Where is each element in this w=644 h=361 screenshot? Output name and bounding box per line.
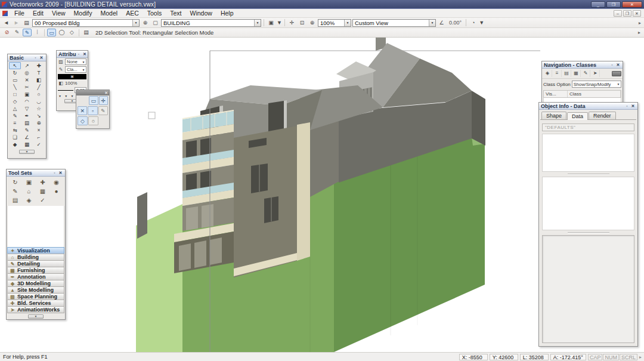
- saved-views-icon[interactable]: ▤: [22, 19, 31, 27]
- navigation-tab-icon[interactable]: ✎: [581, 70, 590, 77]
- render-mode-icon[interactable]: ◔: [469, 19, 478, 27]
- basic-tool-icon[interactable]: ✒: [21, 112, 33, 119]
- pen-style-combo[interactable]: Cla... ▼: [65, 66, 86, 73]
- close-icon[interactable]: ✕: [104, 91, 109, 95]
- navigation-tab-icon[interactable]: ≡: [553, 70, 562, 77]
- navigation-tab-icon[interactable]: ➤: [591, 70, 600, 77]
- fill-style-icon[interactable]: ▨: [58, 59, 64, 64]
- basic-tool-icon[interactable]: ✚: [33, 62, 45, 69]
- zoom-combo[interactable]: 100% ▼: [318, 19, 351, 27]
- panel-splitter[interactable]: [568, 174, 609, 175]
- document-close-button[interactable]: ✕: [633, 10, 641, 17]
- basic-tool-icon[interactable]: ⇆: [9, 126, 21, 134]
- pin-icon[interactable]: ◦: [609, 63, 615, 67]
- document-restore-button[interactable]: ❐: [623, 10, 631, 17]
- basic-tool-icon[interactable]: ▦: [21, 141, 33, 148]
- rectangular-selection-mode-icon[interactable]: ▭: [47, 29, 56, 36]
- basic-tool-icon[interactable]: ≡: [9, 119, 21, 126]
- tool-set-tool-icon[interactable]: ✎: [8, 187, 22, 196]
- snap-constraint-button[interactable]: ◇: [78, 116, 88, 125]
- record-format-field[interactable]: "DEFAULTS": [542, 124, 634, 131]
- pin-icon[interactable]: ◦: [33, 55, 38, 60]
- basic-tool-icon[interactable]: ↗: [21, 62, 33, 69]
- tool-set-tool-icon[interactable]: ▤: [8, 196, 22, 205]
- wall-mode-icon[interactable]: ▤: [82, 29, 91, 36]
- render-dropdown-icon[interactable]: ▼: [479, 19, 484, 27]
- chevron-down-icon[interactable]: ▼: [344, 20, 351, 26]
- basic-tool-icon[interactable]: ✕: [21, 76, 33, 84]
- menu-item[interactable]: File: [10, 9, 29, 17]
- layer-combo[interactable]: 00 Proposed Bldg ▼: [32, 19, 140, 27]
- basic-tool-icon[interactable]: ○: [33, 91, 45, 98]
- window-minimize-button[interactable]: _: [591, 1, 605, 8]
- object-info-palette-titlebar[interactable]: Object Info - Data ◦ ✕: [539, 103, 637, 110]
- basic-tool-icon[interactable]: ▭: [9, 76, 21, 84]
- menu-item[interactable]: Tools: [143, 9, 166, 17]
- palette-collapse-button[interactable]: ▼: [19, 150, 35, 154]
- magnify-icon[interactable]: ⊕: [308, 19, 317, 27]
- navigation-palette-titlebar[interactable]: Navigation - Classes ◦ ✕: [542, 61, 623, 69]
- snap-pen-icon[interactable]: ✎: [13, 29, 21, 36]
- pin-icon[interactable]: ◦: [76, 52, 82, 56]
- record-list-panel[interactable]: [542, 134, 634, 172]
- tool-set-tool-icon[interactable]: ◉: [49, 178, 63, 187]
- navigation-tab-icon[interactable]: ▦: [572, 70, 581, 77]
- close-icon[interactable]: ✕: [630, 104, 636, 109]
- opacity-icon[interactable]: ◧: [58, 81, 64, 86]
- basic-tool-icon[interactable]: ↘: [33, 112, 45, 119]
- basic-tool-icon[interactable]: ╲: [9, 84, 21, 91]
- basic-tool-icon[interactable]: T: [33, 69, 45, 76]
- basic-tool-icon[interactable]: ╱: [33, 84, 45, 91]
- close-icon[interactable]: ✕: [39, 55, 44, 60]
- basic-tool-icon[interactable]: ◆: [9, 141, 21, 148]
- close-icon[interactable]: ✕: [82, 52, 88, 57]
- polygon-selection-mode-icon[interactable]: ◇: [67, 29, 76, 36]
- basic-tool-icon[interactable]: ▤: [21, 119, 33, 126]
- basic-tool-icon[interactable]: ✎: [21, 126, 33, 134]
- pin-icon[interactable]: ◦: [52, 171, 57, 175]
- toolbar-overflow-icon[interactable]: ▸: [638, 30, 642, 35]
- interactive-scaling-icon[interactable]: ⁞: [33, 29, 42, 36]
- panel-splitter[interactable]: [568, 232, 609, 233]
- snap-constraint-button[interactable]: ○: [88, 116, 98, 125]
- visibility-column-header[interactable]: Vis...: [544, 91, 568, 97]
- window-close-button[interactable]: ✕: [622, 1, 642, 8]
- pin-icon[interactable]: ◦: [624, 104, 630, 108]
- tool-set-tool-icon[interactable]: ◈: [22, 196, 36, 205]
- pan-icon[interactable]: ✛: [287, 19, 296, 27]
- pen-style-icon[interactable]: ✎: [58, 67, 64, 72]
- basic-tool-icon[interactable]: ↻: [9, 69, 21, 76]
- menu-item[interactable]: AEC: [122, 9, 143, 17]
- close-icon[interactable]: ✕: [58, 171, 63, 175]
- marker-dropdown-icon[interactable]: ▾: [71, 94, 73, 98]
- menu-item[interactable]: Window: [186, 9, 216, 17]
- basic-tool-icon[interactable]: ☆: [33, 105, 45, 112]
- menu-item[interactable]: View: [48, 9, 70, 17]
- menu-item[interactable]: Text: [166, 9, 185, 17]
- navigation-tab-icon[interactable]: ▤: [562, 70, 571, 77]
- lasso-selection-mode-icon[interactable]: ◯: [57, 29, 66, 36]
- chevron-down-icon[interactable]: ▼: [429, 20, 435, 26]
- object-info-tab[interactable]: Render: [589, 112, 616, 119]
- forward-icon[interactable]: ►: [12, 19, 21, 27]
- basic-tool-icon[interactable]: ◧: [33, 76, 45, 84]
- tool-set-category-bar[interactable]: ➤ AnimationWorks: [7, 306, 64, 313]
- basic-tool-icon[interactable]: ⌐: [33, 134, 45, 141]
- back-icon[interactable]: ◄: [2, 19, 11, 27]
- basic-tool-icon[interactable]: ✎: [9, 112, 21, 119]
- palette-collapse-button[interactable]: ▼: [28, 314, 44, 319]
- field-list-panel[interactable]: [542, 177, 634, 230]
- close-icon[interactable]: ✕: [615, 63, 621, 67]
- basic-tool-icon[interactable]: ▽: [21, 105, 33, 112]
- snapping-palette-titlebar[interactable]: ✕: [76, 90, 109, 95]
- snap-constraint-button[interactable]: ▭: [89, 96, 98, 105]
- basic-tool-icon[interactable]: ◇: [9, 98, 21, 105]
- saved-view-combo[interactable]: Custom View ▼: [352, 19, 436, 27]
- toolbar-overflow-icon[interactable]: ▸: [639, 20, 642, 26]
- snap-constraint-button[interactable]: ✎: [98, 106, 108, 115]
- tool-set-tool-icon[interactable]: ●: [49, 187, 63, 196]
- menu-item[interactable]: Help: [216, 9, 238, 17]
- class-column-header[interactable]: Class: [568, 91, 621, 97]
- basic-tool-icon[interactable]: ✂: [21, 84, 33, 91]
- palette-menu-button[interactable]: [612, 71, 621, 76]
